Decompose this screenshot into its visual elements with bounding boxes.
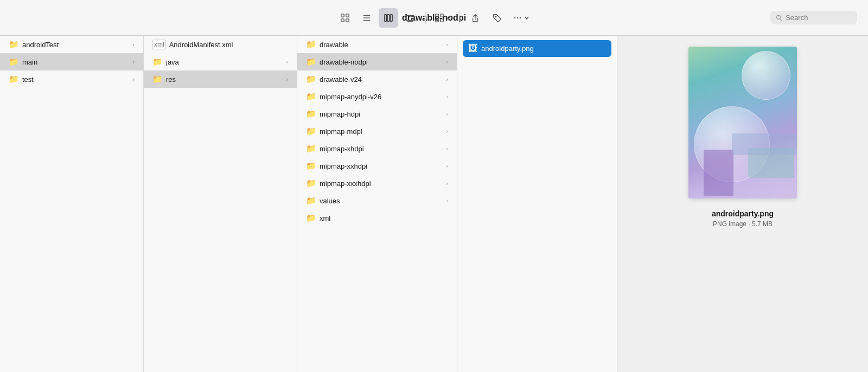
column-1-scroll[interactable]: 📁 androidTest › 📁 main › 📁 test › <box>0 36 143 372</box>
chevron-right-icon: › <box>446 111 448 117</box>
share-icon <box>470 13 480 23</box>
svg-rect-17 <box>441 18 443 21</box>
search-container <box>770 11 857 24</box>
image-file-icon: 🖼 <box>468 43 478 54</box>
list-item[interactable]: 📁 drawable-nodpi › <box>297 53 457 70</box>
gallery-icon <box>405 13 415 23</box>
list-item[interactable]: 📁 java › <box>144 53 297 70</box>
list-item[interactable]: 📁 mipmap-anydpi-v26 › <box>297 88 457 105</box>
list-icon <box>362 13 372 23</box>
more-chevron-icon <box>524 15 529 21</box>
svg-rect-9 <box>391 14 393 21</box>
column-4: 🖼 androidparty.png <box>457 36 617 372</box>
list-item[interactable]: 📁 xml <box>297 209 457 227</box>
svg-rect-2 <box>341 18 344 21</box>
folder-icon: 📁 <box>9 40 19 49</box>
item-name: mipmap-anydpi-v26 <box>320 93 381 101</box>
list-item[interactable]: 📁 mipmap-xxxhdpi › <box>297 175 457 192</box>
chevron-right-icon: › <box>446 41 448 48</box>
item-name: AndroidManifest.xml <box>169 41 233 49</box>
folder-icon: 📁 <box>306 213 316 223</box>
item-name: drawable-v24 <box>320 75 362 84</box>
list-item[interactable]: 📁 res › <box>144 70 297 88</box>
item-name: xml <box>320 214 330 222</box>
folder-icon: 📁 <box>152 74 163 84</box>
item-name: test <box>22 75 34 84</box>
search-box[interactable] <box>770 11 857 24</box>
svg-rect-14 <box>436 14 438 16</box>
list-item[interactable]: 🖼 androidparty.png <box>463 40 611 57</box>
svg-rect-0 <box>341 14 344 16</box>
search-input[interactable] <box>786 14 852 22</box>
chevron-right-icon: › <box>446 93 448 100</box>
tag-icon <box>492 13 502 23</box>
list-item[interactable]: 📁 values › <box>297 192 457 209</box>
column-1: 📁 androidTest › 📁 main › 📁 test › <box>0 36 144 372</box>
item-name: mipmap-xxxhdpi <box>320 179 371 188</box>
item-name: java <box>166 58 179 66</box>
column-2: xml AndroidManifest.xml 📁 java › 📁 res › <box>144 36 297 372</box>
item-name: androidTest <box>22 41 59 49</box>
tag-button[interactable] <box>487 8 507 28</box>
svg-rect-16 <box>436 18 438 21</box>
item-name: main <box>22 58 37 66</box>
preview-decoration-3 <box>704 150 733 196</box>
group-icon <box>435 13 444 23</box>
chevron-right-icon: › <box>132 76 135 82</box>
folder-icon: 📁 <box>152 57 163 67</box>
folder-icon: 📁 <box>306 196 316 206</box>
chevron-right-icon: › <box>446 180 448 187</box>
view-grid-button[interactable] <box>335 8 355 28</box>
svg-rect-1 <box>346 14 349 16</box>
column-3-scroll[interactable]: 📁 drawable › 📁 drawable-nodpi › 📁 drawab… <box>297 36 457 372</box>
titlebar: drawable-nodpi <box>0 0 868 36</box>
list-item[interactable]: 📁 drawable › <box>297 36 457 53</box>
preview-decoration-1 <box>742 51 790 100</box>
chevron-right-icon: › <box>132 59 135 65</box>
folder-icon: 📁 <box>9 57 19 67</box>
column-4-scroll[interactable]: 🖼 androidparty.png <box>457 36 617 372</box>
toolbar-view-controls <box>335 8 533 28</box>
more-icon <box>512 13 523 23</box>
list-item[interactable]: 📁 test › <box>0 70 143 88</box>
column-3: 📁 drawable › 📁 drawable-nodpi › 📁 drawab… <box>297 36 457 372</box>
list-item[interactable]: 📁 mipmap-hdpi › <box>297 105 457 123</box>
chevron-right-icon: › <box>286 76 288 82</box>
item-name: mipmap-hdpi <box>320 110 360 118</box>
view-gallery-button[interactable] <box>400 8 420 28</box>
svg-rect-8 <box>387 14 390 21</box>
share-button[interactable] <box>465 8 485 28</box>
preview-info: PNG image · 5.7 MB <box>713 220 773 228</box>
chevron-right-icon: › <box>446 163 448 169</box>
folder-icon: 📁 <box>306 144 316 153</box>
list-item[interactable]: xml AndroidManifest.xml <box>144 36 297 53</box>
folder-icon: 📁 <box>306 161 316 171</box>
item-name: mipmap-xxhdpi <box>320 162 367 170</box>
list-item[interactable]: 📁 androidTest › <box>0 36 143 53</box>
chevron-right-icon: › <box>446 128 448 134</box>
more-button[interactable] <box>509 11 533 25</box>
list-item[interactable]: 📁 mipmap-mdpi › <box>297 123 457 140</box>
list-item[interactable]: 📁 mipmap-xhdpi › <box>297 140 457 157</box>
view-list-button[interactable] <box>357 8 376 28</box>
preview-image <box>688 47 797 198</box>
folder-icon: 📁 <box>306 40 316 49</box>
column-2-scroll[interactable]: xml AndroidManifest.xml 📁 java › 📁 res › <box>144 36 297 372</box>
toolbar-separator-1 <box>425 11 426 24</box>
chevron-right-icon: › <box>132 41 135 48</box>
preview-decoration-5 <box>732 133 797 155</box>
group-button[interactable] <box>431 11 454 25</box>
svg-point-21 <box>520 17 521 18</box>
view-columns-button[interactable] <box>379 8 398 28</box>
list-item[interactable]: 📁 drawable-v24 › <box>297 70 457 88</box>
list-item[interactable]: 📁 mipmap-xxhdpi › <box>297 157 457 175</box>
xml-file-icon: xml <box>152 40 166 49</box>
grid-icon <box>340 13 350 23</box>
toolbar-separator-2 <box>459 11 460 24</box>
folder-icon: 📁 <box>306 109 316 119</box>
list-item[interactable]: 📁 main › <box>0 53 143 70</box>
svg-line-23 <box>780 18 782 20</box>
chevron-right-icon: › <box>446 59 448 65</box>
item-name: drawable <box>320 41 348 49</box>
preview-panel: androidparty.png PNG image · 5.7 MB <box>617 36 868 372</box>
